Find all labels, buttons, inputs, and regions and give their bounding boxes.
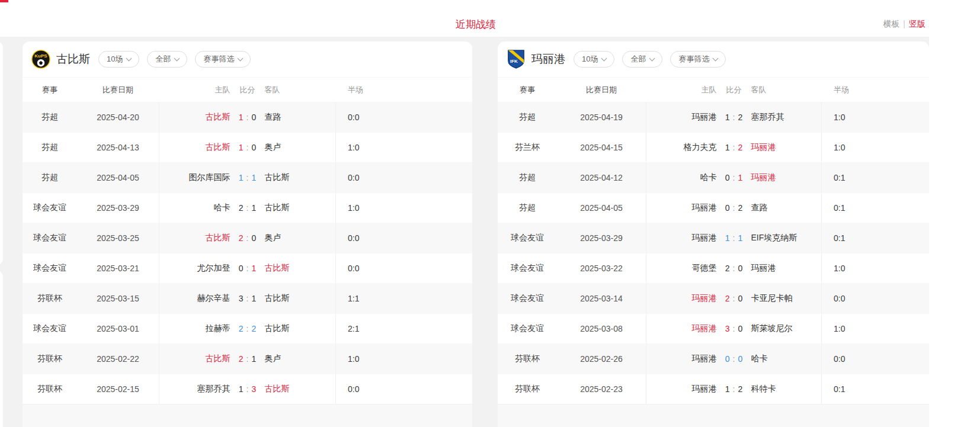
away-team-name[interactable]: 古比斯 (265, 323, 336, 334)
match-count-filter[interactable]: 10场 (98, 51, 139, 68)
match-row[interactable]: 芬超 2025-04-20 古比斯 1:0 查路 0:0 (23, 102, 472, 132)
halftime-score: 0:0 (822, 354, 929, 364)
home-team-name[interactable]: 玛丽港 (646, 293, 717, 304)
match-row[interactable]: 芬超 2025-04-05 玛丽港 0:2 查路 0:1 (498, 192, 929, 223)
away-team-name[interactable]: 古比斯 (265, 293, 336, 304)
home-team-name[interactable]: 哈卡 (646, 172, 717, 183)
match-row[interactable]: 球会友谊 2025-03-29 玛丽港 1:1 EIF埃克纳斯 0:1 (498, 223, 929, 253)
match-row[interactable]: 芬超 2025-04-19 玛丽港 1:2 塞那乔其 1:0 (498, 102, 929, 132)
away-team-name[interactable]: 卡亚尼卡帕 (751, 293, 822, 304)
competition-label: 芬联杯 (498, 354, 557, 364)
home-score: 2 (239, 354, 244, 364)
home-team-name[interactable]: 塞那乔其 (159, 384, 230, 394)
full-time-score: 2:0 (717, 264, 751, 273)
chevron-down-icon (126, 55, 132, 61)
home-team-name[interactable]: 玛丽港 (646, 112, 717, 123)
home-team-name[interactable]: 格力夫克 (646, 142, 717, 153)
home-team-name[interactable]: 玛丽港 (646, 233, 717, 243)
away-team-name[interactable]: 斯莱坡尼尔 (751, 323, 822, 334)
table-header: 赛事 比赛日期 主队 比分 客队 半场 (23, 77, 472, 102)
away-team-name[interactable]: 奥卢 (265, 354, 336, 364)
home-team-name[interactable]: 哥德堡 (646, 263, 717, 274)
home-team-name[interactable]: 拉赫蒂 (159, 323, 230, 334)
match-row[interactable]: 芬超 2025-04-12 哈卡 0:1 玛丽港 0:1 (498, 162, 929, 192)
chevron-down-icon (238, 55, 244, 61)
match-row[interactable]: 球会友谊 2025-03-08 玛丽港 3:0 斯莱坡尼尔 1:0 (498, 313, 929, 343)
match-cell: 赫尔辛基 3:1 古比斯 (159, 284, 336, 313)
home-team-name[interactable]: 玛丽港 (646, 354, 717, 364)
match-row[interactable]: 球会友谊 2025-03-29 哈卡 2:1 古比斯 1:0 (23, 192, 472, 223)
halftime-score: 1:0 (822, 264, 929, 273)
match-row[interactable]: 球会友谊 2025-03-14 玛丽港 2:0 卡亚尼卡帕 0:0 (498, 283, 929, 313)
away-team-name[interactable]: 古比斯 (265, 263, 336, 274)
away-team-name[interactable]: 玛丽港 (751, 172, 822, 183)
away-team-name[interactable]: EIF埃克纳斯 (751, 233, 822, 243)
home-team-name[interactable]: 古比斯 (159, 142, 230, 153)
home-team-name[interactable]: 玛丽港 (646, 323, 717, 334)
match-row[interactable]: 芬超 2025-04-13 古比斯 1:0 奥卢 1:0 (23, 132, 472, 162)
column-event: 赛事 (23, 85, 77, 95)
recent-results-page: 近期战绩 横板|竖版 KuPS 古比斯 10场 全部 (0, 0, 980, 427)
home-team-name[interactable]: 古比斯 (159, 354, 230, 364)
score-colon: : (733, 203, 735, 213)
away-team-name[interactable]: 哈卡 (751, 354, 822, 364)
column-score: 比分 (230, 85, 265, 95)
match-row[interactable]: 芬联杯 2025-02-23 玛丽港 1:2 科特卡 0:1 (498, 374, 929, 404)
away-team-name[interactable]: 塞那乔其 (751, 112, 822, 123)
home-team-name[interactable]: 玛丽港 (646, 203, 717, 213)
match-row[interactable]: 芬联杯 2025-03-15 赫尔辛基 3:1 古比斯 1:1 (23, 283, 472, 313)
match-row[interactable]: 芬兰杯 2025-04-15 格力夫克 1:2 玛丽港 1:0 (498, 132, 929, 162)
full-time-score: 0:1 (717, 173, 751, 182)
match-row[interactable]: 球会友谊 2025-03-25 古比斯 2:0 奥卢 0:0 (23, 223, 472, 253)
competition-label: 球会友谊 (23, 323, 77, 334)
venue-filter[interactable]: 全部 (622, 51, 662, 68)
kups-team-logo: KuPS (31, 49, 51, 69)
match-row[interactable]: 球会友谊 2025-03-22 哥德堡 2:0 玛丽港 1:0 (498, 253, 929, 283)
competition-filter[interactable]: 赛事筛选 (670, 51, 726, 68)
away-team-name[interactable]: 奥卢 (265, 233, 336, 243)
away-team-name[interactable]: 玛丽港 (751, 263, 822, 274)
competition-filter-label: 赛事筛选 (203, 54, 234, 65)
home-team-name[interactable]: 哈卡 (159, 203, 230, 213)
toggle-separator: | (903, 19, 905, 28)
match-date: 2025-03-14 (557, 294, 646, 303)
match-row[interactable]: 球会友谊 2025-03-21 尤尔加登 0:1 古比斯 0:0 (23, 253, 472, 283)
match-date: 2025-04-12 (557, 173, 646, 182)
away-team-name[interactable]: 玛丽港 (751, 142, 822, 153)
venue-filter-label: 全部 (155, 54, 171, 65)
match-row[interactable]: 芬联杯 2025-02-22 古比斯 2:1 奥卢 1:0 (23, 343, 472, 374)
match-row[interactable]: 芬超 2025-04-05 图尔库国际 1:1 古比斯 0:0 (23, 162, 472, 192)
home-team-name[interactable]: 玛丽港 (646, 384, 717, 394)
match-date: 2025-04-19 (557, 113, 646, 122)
home-score: 1 (725, 384, 730, 394)
home-team-name[interactable]: 赫尔辛基 (159, 293, 230, 304)
away-team-name[interactable]: 古比斯 (265, 384, 336, 394)
away-score: 2 (738, 143, 742, 152)
match-date: 2025-04-13 (77, 143, 159, 152)
away-team-name[interactable]: 古比斯 (265, 172, 336, 183)
away-team-name[interactable]: 查路 (265, 112, 336, 123)
halftime-score: 0:0 (336, 384, 472, 394)
home-team-name[interactable]: 古比斯 (159, 233, 230, 243)
home-score: 0 (725, 203, 730, 213)
column-date: 比赛日期 (77, 85, 159, 95)
match-count-filter[interactable]: 10场 (574, 51, 614, 68)
match-row[interactable]: 芬联杯 2025-02-15 塞那乔其 1:3 古比斯 0:0 (23, 374, 472, 404)
home-score: 1 (725, 113, 730, 122)
away-team-name[interactable]: 古比斯 (265, 203, 336, 213)
venue-filter[interactable]: 全部 (147, 51, 187, 68)
competition-filter[interactable]: 赛事筛选 (195, 51, 251, 68)
home-score: 1 (239, 384, 244, 394)
away-team-name[interactable]: 查路 (751, 203, 822, 213)
home-team-name[interactable]: 图尔库国际 (159, 172, 230, 183)
match-row[interactable]: 芬联杯 2025-02-26 玛丽港 0:0 哈卡 0:0 (498, 343, 929, 374)
home-score: 1 (725, 233, 730, 243)
away-team-name[interactable]: 奥卢 (265, 142, 336, 153)
competition-label: 球会友谊 (498, 293, 557, 304)
toggle-horizontal-layout[interactable]: 横板 (883, 19, 899, 28)
home-team-name[interactable]: 尤尔加登 (159, 263, 230, 274)
home-team-name[interactable]: 古比斯 (159, 112, 230, 123)
match-row[interactable]: 球会友谊 2025-03-01 拉赫蒂 2:2 古比斯 2:1 (23, 313, 472, 343)
toggle-vertical-layout[interactable]: 竖版 (909, 19, 925, 28)
away-team-name[interactable]: 科特卡 (751, 384, 822, 394)
